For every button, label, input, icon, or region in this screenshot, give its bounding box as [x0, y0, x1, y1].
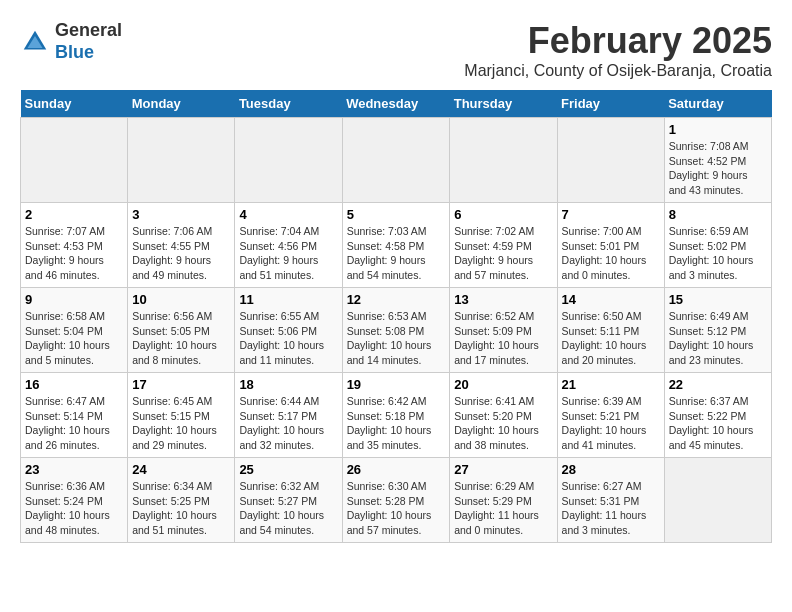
calendar-cell: 12Sunrise: 6:53 AM Sunset: 5:08 PM Dayli…	[342, 288, 450, 373]
day-info: Sunrise: 6:50 AM Sunset: 5:11 PM Dayligh…	[562, 309, 660, 368]
calendar-header-row: SundayMondayTuesdayWednesdayThursdayFrid…	[21, 90, 772, 118]
calendar-header-wednesday: Wednesday	[342, 90, 450, 118]
calendar-header-monday: Monday	[128, 90, 235, 118]
calendar-cell: 5Sunrise: 7:03 AM Sunset: 4:58 PM Daylig…	[342, 203, 450, 288]
calendar-cell	[342, 118, 450, 203]
day-number: 24	[132, 462, 230, 477]
day-info: Sunrise: 6:41 AM Sunset: 5:20 PM Dayligh…	[454, 394, 552, 453]
calendar-cell: 4Sunrise: 7:04 AM Sunset: 4:56 PM Daylig…	[235, 203, 342, 288]
calendar-cell: 9Sunrise: 6:58 AM Sunset: 5:04 PM Daylig…	[21, 288, 128, 373]
calendar-cell: 18Sunrise: 6:44 AM Sunset: 5:17 PM Dayli…	[235, 373, 342, 458]
calendar-cell: 7Sunrise: 7:00 AM Sunset: 5:01 PM Daylig…	[557, 203, 664, 288]
day-info: Sunrise: 6:44 AM Sunset: 5:17 PM Dayligh…	[239, 394, 337, 453]
title-block: February 2025 Marjanci, County of Osijek…	[464, 20, 772, 80]
calendar-cell	[557, 118, 664, 203]
calendar-cell: 2Sunrise: 7:07 AM Sunset: 4:53 PM Daylig…	[21, 203, 128, 288]
calendar-cell: 20Sunrise: 6:41 AM Sunset: 5:20 PM Dayli…	[450, 373, 557, 458]
calendar-header-thursday: Thursday	[450, 90, 557, 118]
day-number: 18	[239, 377, 337, 392]
day-info: Sunrise: 6:42 AM Sunset: 5:18 PM Dayligh…	[347, 394, 446, 453]
day-number: 9	[25, 292, 123, 307]
day-number: 13	[454, 292, 552, 307]
day-info: Sunrise: 6:55 AM Sunset: 5:06 PM Dayligh…	[239, 309, 337, 368]
calendar-cell	[664, 458, 771, 543]
calendar-cell: 13Sunrise: 6:52 AM Sunset: 5:09 PM Dayli…	[450, 288, 557, 373]
logo-text: General Blue	[55, 20, 122, 63]
day-info: Sunrise: 6:56 AM Sunset: 5:05 PM Dayligh…	[132, 309, 230, 368]
calendar-cell: 27Sunrise: 6:29 AM Sunset: 5:29 PM Dayli…	[450, 458, 557, 543]
calendar-cell: 15Sunrise: 6:49 AM Sunset: 5:12 PM Dayli…	[664, 288, 771, 373]
day-info: Sunrise: 6:29 AM Sunset: 5:29 PM Dayligh…	[454, 479, 552, 538]
day-number: 20	[454, 377, 552, 392]
day-number: 6	[454, 207, 552, 222]
calendar-header-sunday: Sunday	[21, 90, 128, 118]
day-number: 4	[239, 207, 337, 222]
day-info: Sunrise: 7:07 AM Sunset: 4:53 PM Dayligh…	[25, 224, 123, 283]
day-number: 7	[562, 207, 660, 222]
calendar-cell: 10Sunrise: 6:56 AM Sunset: 5:05 PM Dayli…	[128, 288, 235, 373]
calendar-cell: 3Sunrise: 7:06 AM Sunset: 4:55 PM Daylig…	[128, 203, 235, 288]
day-info: Sunrise: 6:49 AM Sunset: 5:12 PM Dayligh…	[669, 309, 767, 368]
calendar-cell: 26Sunrise: 6:30 AM Sunset: 5:28 PM Dayli…	[342, 458, 450, 543]
day-number: 3	[132, 207, 230, 222]
calendar-week-row: 16Sunrise: 6:47 AM Sunset: 5:14 PM Dayli…	[21, 373, 772, 458]
day-number: 2	[25, 207, 123, 222]
calendar-cell: 11Sunrise: 6:55 AM Sunset: 5:06 PM Dayli…	[235, 288, 342, 373]
day-number: 10	[132, 292, 230, 307]
calendar-week-row: 1Sunrise: 7:08 AM Sunset: 4:52 PM Daylig…	[21, 118, 772, 203]
logo: General Blue	[20, 20, 122, 63]
day-info: Sunrise: 6:45 AM Sunset: 5:15 PM Dayligh…	[132, 394, 230, 453]
calendar-cell: 22Sunrise: 6:37 AM Sunset: 5:22 PM Dayli…	[664, 373, 771, 458]
day-number: 19	[347, 377, 446, 392]
day-number: 25	[239, 462, 337, 477]
calendar-cell: 6Sunrise: 7:02 AM Sunset: 4:59 PM Daylig…	[450, 203, 557, 288]
day-number: 21	[562, 377, 660, 392]
calendar-cell: 8Sunrise: 6:59 AM Sunset: 5:02 PM Daylig…	[664, 203, 771, 288]
day-number: 26	[347, 462, 446, 477]
day-info: Sunrise: 6:37 AM Sunset: 5:22 PM Dayligh…	[669, 394, 767, 453]
day-info: Sunrise: 7:04 AM Sunset: 4:56 PM Dayligh…	[239, 224, 337, 283]
day-info: Sunrise: 6:39 AM Sunset: 5:21 PM Dayligh…	[562, 394, 660, 453]
calendar-week-row: 9Sunrise: 6:58 AM Sunset: 5:04 PM Daylig…	[21, 288, 772, 373]
day-number: 5	[347, 207, 446, 222]
calendar-cell	[128, 118, 235, 203]
page-header: General Blue February 2025 Marjanci, Cou…	[20, 20, 772, 80]
month-title: February 2025	[464, 20, 772, 62]
calendar-cell: 14Sunrise: 6:50 AM Sunset: 5:11 PM Dayli…	[557, 288, 664, 373]
day-info: Sunrise: 6:53 AM Sunset: 5:08 PM Dayligh…	[347, 309, 446, 368]
calendar-header-friday: Friday	[557, 90, 664, 118]
day-info: Sunrise: 7:00 AM Sunset: 5:01 PM Dayligh…	[562, 224, 660, 283]
calendar-cell: 23Sunrise: 6:36 AM Sunset: 5:24 PM Dayli…	[21, 458, 128, 543]
day-info: Sunrise: 6:52 AM Sunset: 5:09 PM Dayligh…	[454, 309, 552, 368]
logo-general: General	[55, 20, 122, 42]
day-info: Sunrise: 7:06 AM Sunset: 4:55 PM Dayligh…	[132, 224, 230, 283]
day-number: 27	[454, 462, 552, 477]
day-info: Sunrise: 6:58 AM Sunset: 5:04 PM Dayligh…	[25, 309, 123, 368]
calendar-cell: 1Sunrise: 7:08 AM Sunset: 4:52 PM Daylig…	[664, 118, 771, 203]
day-info: Sunrise: 6:34 AM Sunset: 5:25 PM Dayligh…	[132, 479, 230, 538]
day-number: 14	[562, 292, 660, 307]
day-info: Sunrise: 6:36 AM Sunset: 5:24 PM Dayligh…	[25, 479, 123, 538]
calendar-cell	[235, 118, 342, 203]
calendar-cell	[450, 118, 557, 203]
calendar-cell: 17Sunrise: 6:45 AM Sunset: 5:15 PM Dayli…	[128, 373, 235, 458]
day-info: Sunrise: 6:47 AM Sunset: 5:14 PM Dayligh…	[25, 394, 123, 453]
logo-icon	[20, 27, 50, 57]
day-number: 22	[669, 377, 767, 392]
day-number: 28	[562, 462, 660, 477]
calendar-cell: 25Sunrise: 6:32 AM Sunset: 5:27 PM Dayli…	[235, 458, 342, 543]
calendar-cell: 16Sunrise: 6:47 AM Sunset: 5:14 PM Dayli…	[21, 373, 128, 458]
day-info: Sunrise: 7:02 AM Sunset: 4:59 PM Dayligh…	[454, 224, 552, 283]
calendar-header-saturday: Saturday	[664, 90, 771, 118]
day-number: 17	[132, 377, 230, 392]
day-info: Sunrise: 6:27 AM Sunset: 5:31 PM Dayligh…	[562, 479, 660, 538]
calendar-week-row: 23Sunrise: 6:36 AM Sunset: 5:24 PM Dayli…	[21, 458, 772, 543]
calendar-cell: 21Sunrise: 6:39 AM Sunset: 5:21 PM Dayli…	[557, 373, 664, 458]
day-info: Sunrise: 6:30 AM Sunset: 5:28 PM Dayligh…	[347, 479, 446, 538]
day-number: 11	[239, 292, 337, 307]
day-number: 8	[669, 207, 767, 222]
calendar-cell	[21, 118, 128, 203]
calendar-week-row: 2Sunrise: 7:07 AM Sunset: 4:53 PM Daylig…	[21, 203, 772, 288]
day-info: Sunrise: 6:59 AM Sunset: 5:02 PM Dayligh…	[669, 224, 767, 283]
calendar-table: SundayMondayTuesdayWednesdayThursdayFrid…	[20, 90, 772, 543]
